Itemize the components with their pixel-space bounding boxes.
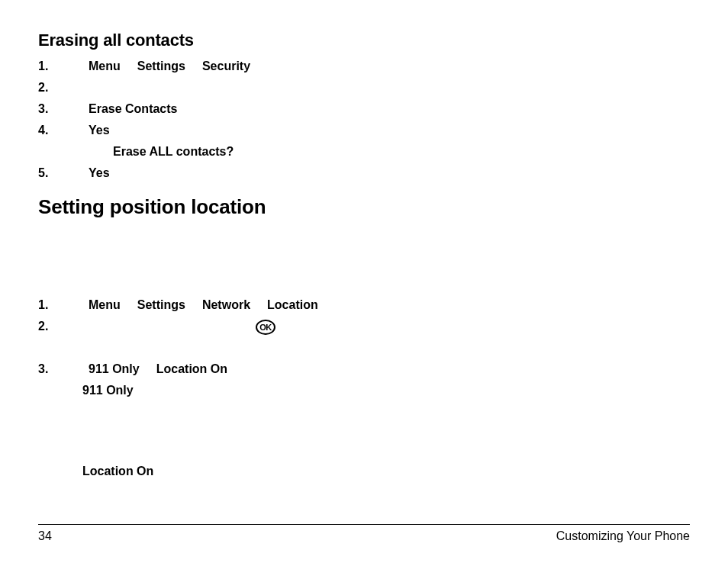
menu-path-item: Yes (89, 124, 110, 137)
option-label: Location On (82, 465, 690, 478)
menu-path-item: Menu (89, 298, 121, 312)
menu-path-item: Settings (137, 59, 185, 73)
menu-path-item: Location (267, 298, 318, 312)
step-number: 2. (38, 81, 89, 95)
step-number: 3. (38, 102, 89, 116)
step-number: 1. (38, 298, 89, 312)
step-number: 4. (38, 124, 89, 137)
option-label: 911 Only (82, 384, 690, 397)
menu-path-item: Security (202, 59, 250, 73)
step-subtext: Erase ALL contacts? (113, 145, 690, 159)
menu-path-item: Network (202, 298, 250, 312)
menu-path-item: Erase Contacts (89, 102, 178, 116)
chapter-title: Customizing Your Phone (556, 529, 690, 543)
step-row: 3. Erase Contacts (38, 102, 690, 116)
step-row: 3. 911 Only Location On (38, 362, 690, 376)
step-row: 5. Yes (38, 166, 690, 180)
menu-path-item: Settings (137, 298, 185, 312)
section-heading-position: Setting position location (38, 195, 690, 219)
menu-path-item: Location On (156, 362, 227, 376)
step-number: 3. (38, 362, 89, 376)
step-row: 2. OK (38, 320, 690, 335)
page-number: 34 (38, 529, 52, 543)
page-footer: 34 Customizing Your Phone (38, 524, 690, 543)
step-number: 2. (38, 320, 89, 333)
ok-icon: OK (256, 320, 275, 335)
menu-path-item: Menu (89, 59, 121, 73)
menu-path-item: Yes (89, 166, 110, 180)
step-row: 1. Menu Settings Network Location (38, 298, 690, 312)
step-number: 1. (38, 59, 89, 73)
section-heading-erasing: Erasing all contacts (38, 31, 690, 50)
menu-path-item: 911 Only (89, 362, 140, 376)
step-row: 4. Yes (38, 124, 690, 137)
step-row: 1. Menu Settings Security (38, 59, 690, 73)
step-number: 5. (38, 166, 89, 180)
step-row: 2. (38, 81, 690, 95)
